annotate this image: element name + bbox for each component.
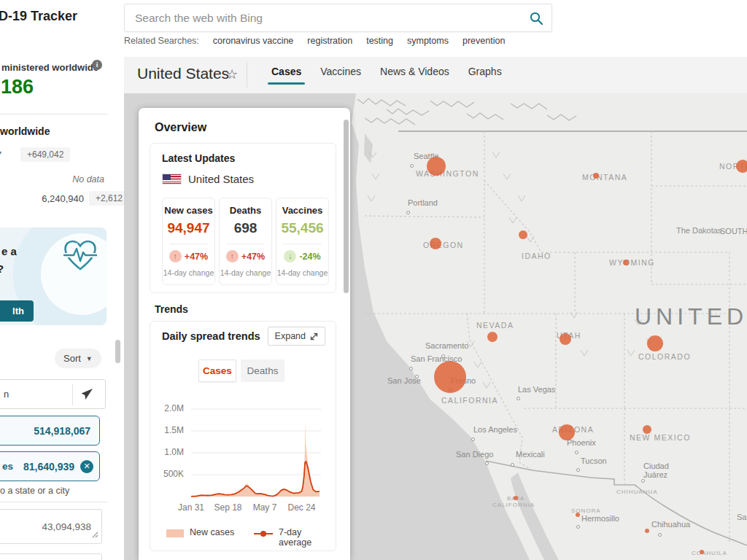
case-bubble[interactable] (700, 550, 704, 554)
toggle-cases[interactable]: Cases (198, 359, 236, 382)
related-search-link[interactable]: prevention (462, 36, 505, 46)
city-dot (576, 525, 580, 529)
resize-handle-icon[interactable] (90, 528, 98, 541)
country-cases-card[interactable]: es 81,640,939 ✕ (0, 451, 100, 481)
promo-text-line2: ? (0, 262, 4, 275)
related-search-link[interactable]: coronavirus vaccine (213, 36, 293, 46)
y-axis-tick: 1.0M (156, 447, 184, 457)
total-cases-card[interactable]: 514,918,067 (0, 416, 100, 446)
search-bar[interactable] (124, 4, 552, 32)
case-bubble[interactable] (736, 160, 747, 173)
case-bubble[interactable] (519, 230, 527, 239)
change-badge: +649,042 (20, 147, 70, 162)
chevron-down-icon: ▼ (86, 355, 93, 362)
city-dot (576, 468, 580, 472)
geolocate-icon[interactable] (81, 388, 93, 403)
tab-vaccines[interactable]: Vaccines (320, 66, 361, 87)
case-bubble[interactable] (487, 332, 498, 342)
related-searches: Related Searches: coronavirus vaccinereg… (124, 36, 505, 46)
change-percent: -24% (299, 252, 320, 262)
city-label-tucson: Tucson (581, 456, 607, 465)
city-dot (516, 397, 520, 400)
daily-spread-trends-card: Daily spread trends Expand CasesDeaths 5… (150, 321, 336, 551)
city-label-sacramento: Sacramento (425, 341, 468, 350)
related-search-link[interactable]: registration (307, 36, 352, 46)
trends-card-title: Daily spread trends (162, 330, 260, 342)
city-dot (658, 533, 662, 537)
stat-value: 94,947 (163, 220, 214, 236)
city-label-los-angeles: Los Angeles (473, 425, 517, 434)
city-label-phoenix: Phoenix (567, 438, 596, 447)
case-bubble[interactable] (514, 496, 518, 500)
related-searches-label: Related Searches: (124, 36, 199, 46)
divider (72, 384, 73, 405)
tab-cases[interactable]: Cases (271, 66, 301, 87)
city-label-chihuahua: Chihuahua (651, 520, 690, 529)
city-label-mexicali: Mexicali (516, 450, 545, 459)
city-dot (415, 375, 419, 378)
health-promo-card: e a ? lth (0, 228, 107, 325)
health-button[interactable]: lth (0, 300, 34, 322)
detail-card[interactable]: 43,094,938 (0, 509, 102, 544)
new-cases-swatch (166, 529, 184, 537)
legend-average-label: 7-day average (279, 527, 336, 548)
expand-label: Expand (275, 331, 306, 341)
case-bubble[interactable] (559, 424, 575, 440)
city-label-portland: Portland (408, 198, 438, 207)
toggle-deaths[interactable]: Deaths (241, 359, 285, 382)
city-dot (409, 367, 413, 370)
state-label-montana: MONTANA (582, 173, 627, 182)
promo-text-line1: e a (1, 245, 17, 257)
x-axis-tick: Sep 18 (212, 502, 244, 513)
stat-card-new-cases: New cases94,947↑+47%14-day change (162, 198, 215, 285)
state-label-nevada: NEVADA (476, 321, 514, 330)
stat-label: Deaths (220, 205, 271, 216)
region-label-south: SOUTH (720, 227, 747, 236)
expand-icon (310, 332, 318, 341)
chart-legend: New cases 7-day average (150, 524, 336, 542)
case-bubble[interactable] (430, 238, 441, 249)
sidebar-stat1-value: 186 (1, 76, 34, 98)
favorite-star-icon[interactable]: ☆ (226, 66, 238, 82)
total-cases-value: 514,918,067 (34, 425, 90, 437)
close-icon[interactable]: ✕ (80, 460, 93, 473)
state-label-wyoming: WYOMING (609, 258, 655, 267)
case-bubble[interactable] (576, 513, 580, 517)
tab-news-videos[interactable]: News & Videos (380, 66, 449, 87)
tab-graphs[interactable]: Graphs (468, 66, 502, 87)
search-icon[interactable] (530, 12, 543, 28)
divider (0, 502, 108, 502)
sort-button[interactable]: Sort ▼ (55, 349, 101, 368)
zoom-hint-text: o a state or a city (0, 486, 69, 496)
related-search-link[interactable]: testing (366, 36, 393, 46)
search-input[interactable] (135, 4, 514, 31)
sidebar-scrollbar[interactable] (115, 340, 120, 363)
case-bubble[interactable] (623, 260, 629, 265)
panel-scrollbar[interactable] (344, 120, 349, 293)
city-label-las-vegas: Las Vegas (518, 385, 555, 394)
case-bubble[interactable] (593, 173, 599, 179)
state-label-idaho: IDAHO (522, 252, 551, 260)
case-bubble[interactable] (434, 361, 466, 393)
related-search-link[interactable]: symptoms (407, 36, 449, 46)
change-badge: +2,612 (89, 191, 124, 206)
case-bubble[interactable] (643, 425, 651, 434)
case-bubble[interactable] (645, 529, 649, 533)
case-bubble[interactable] (647, 335, 663, 351)
x-axis-tick: Jan 31 (175, 502, 207, 513)
case-bubble[interactable] (427, 157, 446, 176)
sidebar: ministered worldwide i 186 worldwide 7 +… (0, 55, 124, 560)
seven-day-average-line-icon (254, 533, 273, 534)
info-icon[interactable]: i (92, 60, 102, 70)
state-label-california: CALIFORNIA (492, 502, 535, 508)
city-dot (575, 451, 578, 454)
state-label-coahuila: COAHUILA (692, 550, 727, 556)
case-bubble[interactable] (560, 333, 571, 345)
location-input[interactable]: n (0, 379, 106, 409)
city-dot (485, 462, 489, 465)
stat-change: ↑+47% (220, 250, 271, 262)
sidebar-partial-digit: 7 (0, 149, 1, 160)
active-tab-underline (268, 82, 305, 85)
sidebar-stat2-label: worldwide (0, 125, 50, 137)
expand-button[interactable]: Expand (268, 327, 325, 346)
